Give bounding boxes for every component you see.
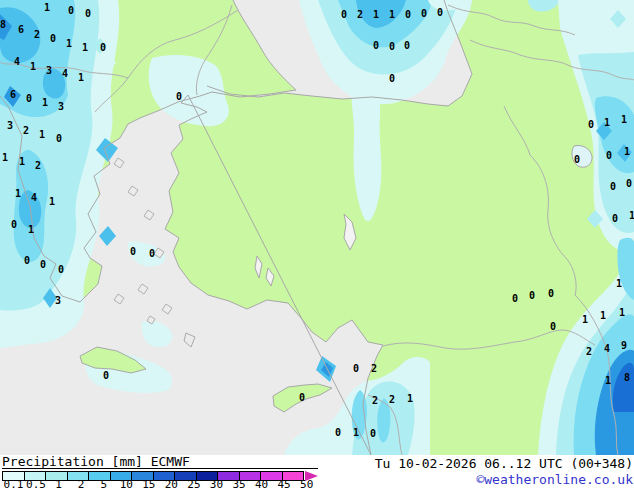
legend-scale-label: 20 [165,479,178,490]
legend-scale-label: 15 [142,479,155,490]
legend-scale-label: 0.1 [4,479,24,490]
legend-scale-label: 45 [277,479,290,490]
legend-scale-label: 0.5 [26,479,46,490]
legend-title: Precipitation [mm] ECMWF [2,455,318,469]
copyright-notice: ©weatheronline.co.uk [476,472,633,487]
weather-map-page: 1000862011413416013002110000000321011214… [0,0,634,490]
legend-scale-label: 40 [255,479,268,490]
legend-colorbar [2,471,318,481]
legend-scale-labels: 0.10.5125101520253035404550 [2,481,332,490]
precipitation-map: 1000862011413416013002110000000321011214… [0,0,634,455]
legend-scale-label: 30 [210,479,223,490]
legend-scale-label: 10 [120,479,133,490]
legend: Precipitation [mm] ECMWF 0.10.5125101520… [0,455,634,490]
legend-scale-label: 35 [232,479,245,490]
legend-scale-label: 25 [187,479,200,490]
legend-scale-label: 2 [78,479,85,490]
map-canvas [0,0,634,455]
legend-scale-label: 1 [55,479,62,490]
legend-scale-label: 50 [300,479,313,490]
forecast-timestamp: Tu 10-02-2026 06..12 UTC (00+348) [375,456,633,471]
legend-color-cell [88,471,111,481]
legend-scale-label: 5 [100,479,107,490]
